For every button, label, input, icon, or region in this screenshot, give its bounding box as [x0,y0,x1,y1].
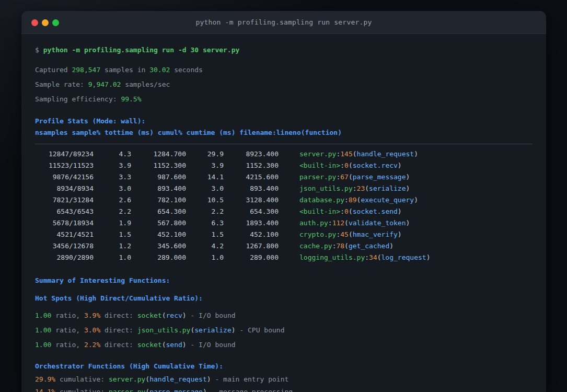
ratio-label: ratio, [51,326,84,334]
sample-rate-unit: samples/sec [121,80,170,88]
location-cell: cache.py78get_cached [299,243,394,250]
paren-close [182,341,187,349]
cumul-pct-cell: 14.1 [186,174,224,181]
hot-spot-item: 1.00 ratio, 3.9% direct: socketrecv - I/… [35,308,533,323]
captured-line: Captured 298,547 samples in 30.02 second… [35,66,533,74]
terminal-body[interactable]: $ python -m profiling.sampling run -d 30… [21,34,546,392]
cumul-pct-cell: 2.2 [186,208,224,215]
line-number: 45 [340,230,349,238]
minimize-button[interactable] [42,19,49,26]
line-number: 112 [332,219,344,227]
table-divider [35,144,533,144]
cumtime-cell: 1893.400 [224,220,279,227]
location-cell: json_utils.py23serialize [299,185,410,192]
location-cell: logging_utils.py34log_request [299,254,430,261]
sample-pct-cell: 4.3 [94,151,131,158]
nsamples-cell: 12847/89234 [35,151,94,158]
colon-separator [340,162,344,169]
location-cell: auth.py112validate_token [299,220,410,227]
cumulative-pct: 29.9% [35,375,55,383]
direct-pct: 3.0% [84,326,100,334]
location-cell: database.py89execute_query [299,197,418,204]
cumulative-label: cumulative: [55,388,109,392]
maximize-button[interactable] [52,19,59,26]
summary-title: Summary of Interesting Functions: [35,277,533,284]
colon-separator [353,185,357,192]
filename: server.py [299,150,336,158]
profile-table: 12847/892344.31284.70029.98923.400server… [35,148,533,263]
cumul-pct-cell: 4.2 [186,243,224,250]
seconds-label: seconds [170,66,203,74]
tottime-cell: 452.100 [131,231,186,238]
cumulative-label: cumulative: [55,375,109,383]
profile-stats-title: Profile Stats (Mode: wall): [35,118,533,125]
sample-pct-cell: 3.0 [94,185,131,192]
paren-close [414,196,418,204]
paren-close [232,326,236,334]
table-header: nsamples sample% tottime (ms) cumul% cum… [35,129,533,136]
paren-open [162,341,166,349]
cumtime-cell: 1152.300 [224,162,279,169]
hot-spot-item: 1.00 ratio, 2.2% direct: socketsend - I/… [35,338,533,352]
paren-open [349,207,353,215]
function-name: validate_token [349,219,406,227]
sample-pct-cell: 1.2 [94,243,131,250]
module-name: socket [137,341,162,349]
cumtime-cell: 452.100 [224,231,279,238]
duration-value: 30.02 [149,66,170,74]
module-name: json_utils.py [137,326,191,334]
nsamples-cell: 2890/2890 [35,254,94,261]
shell-prompt: $ [35,46,43,54]
paren-close [398,162,402,169]
location-cell: <built-in>0socket.recv [299,162,402,169]
tottime-cell: 345.600 [131,243,186,250]
line-number: 0 [344,207,349,215]
direct-pct: 3.9% [84,312,100,319]
line-number: 145 [340,150,352,158]
paren-close [207,375,211,383]
colon-separator [365,253,369,261]
nsamples-cell: 9876/42156 [35,174,94,181]
paren-open [365,185,369,192]
colon-separator [328,219,332,227]
function-name: socket.send [353,207,398,215]
nsamples-cell: 3456/12678 [35,243,94,250]
function-name: handle_request [149,375,207,383]
nsamples-cell: 4521/4521 [35,231,94,238]
cumtime-cell: 3128.400 [224,197,279,204]
orchestrator-item: 14.1% cumulative: parser.pyparse_message… [35,386,533,392]
paren-close [406,219,410,227]
tottime-cell: 987.600 [131,174,186,181]
titlebar[interactable]: python -m profiling.sampling run server.… [21,11,546,34]
tottime-cell: 782.100 [131,197,186,204]
filename: <built-in> [299,162,340,169]
ratio-value: 1.00 [35,341,51,349]
cumul-pct-cell: 3.0 [186,185,224,192]
paren-open [145,375,149,383]
table-row: 9876/421563.3987.60014.14215.600parser.p… [35,171,533,183]
function-name: log_request [381,253,426,261]
nsamples-cell: 6543/6543 [35,208,94,215]
colon-separator [340,207,344,215]
close-button[interactable] [31,19,38,26]
hot-spots-title: Hot Spots (High Direct/Cumulative Ratio)… [35,295,533,302]
location-cell: <built-in>0socket.send [299,208,402,215]
samples-count: 298,547 [72,66,100,74]
captured-label: Captured [35,66,72,74]
table-row: 12847/892344.31284.70029.98923.400server… [35,148,533,160]
sample-pct-cell: 1.0 [94,254,131,261]
table-row: 5678/189341.9567.8006.31893.400auth.py11… [35,217,533,229]
paren-close [406,173,410,181]
tottime-cell: 567.800 [131,220,186,227]
samples-in-label: samples in [100,66,149,74]
paren-open [353,150,357,158]
tottime-cell: 1284.700 [131,151,186,158]
tottime-cell: 1152.300 [131,162,186,169]
sample-pct-cell: 1.9 [94,220,131,227]
module-name: server.py [109,375,145,383]
paren-close [426,253,431,261]
tottime-cell: 289.000 [131,254,186,261]
nsamples-cell: 5678/18934 [35,220,94,227]
role-note: - main entry point [211,375,289,383]
paren-close [414,150,418,158]
